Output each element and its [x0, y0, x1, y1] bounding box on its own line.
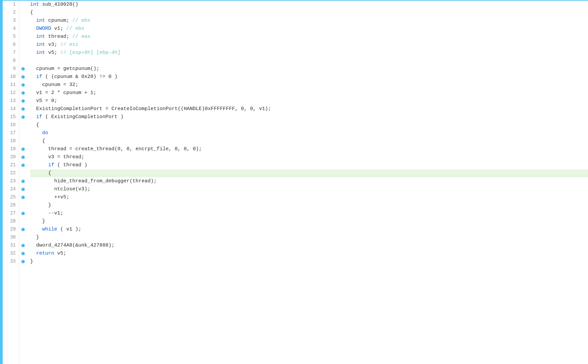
breakpoint-dot[interactable]: [21, 244, 25, 247]
breakpoint-dot[interactable]: [21, 99, 25, 103]
code-line: int v3; // esi: [30, 41, 588, 49]
line-number: 33: [8, 258, 17, 266]
line-number: 9: [8, 65, 17, 73]
line-number: 23: [8, 177, 17, 185]
code-line: int v5; // [esp+8h] [ebp-4h]: [30, 49, 588, 57]
breakpoint-dot[interactable]: [21, 188, 25, 191]
code-line: cpunum = getcpunum();: [30, 65, 588, 73]
line-number: 20: [8, 153, 17, 161]
line-number: 26: [8, 201, 17, 209]
code-lines: int sub_410020(){ int cpunum; // ebx DWO…: [27, 1, 588, 364]
line-number: 21: [8, 161, 17, 169]
code-line: int cpunum; // ebx: [30, 17, 588, 25]
code-line: if ( thread ): [30, 161, 588, 169]
code-line: dword_4274A8(&unk_427888);: [30, 242, 588, 250]
breakpoint-dot[interactable]: [21, 260, 25, 263]
line-number: 12: [8, 89, 17, 97]
line-number: 4: [8, 25, 17, 33]
code-line: --v1;: [30, 209, 588, 217]
line-number: 25: [8, 193, 17, 201]
code-line: int sub_410020(): [30, 1, 588, 9]
code-line: hide_thread_from_debugger(thread);: [30, 177, 588, 185]
line-number: 13: [8, 97, 17, 105]
line-number-gutter: 1234567891011121314151617181920212223242…: [3, 1, 19, 364]
code-line: cpunum = 32;: [30, 81, 588, 89]
code-line: thread = create_thread(0, 0, encrpt_file…: [30, 145, 588, 153]
line-number: 28: [8, 217, 17, 225]
code-line: int thread; // eax: [30, 33, 588, 41]
line-number: 32: [8, 250, 17, 258]
code-line: if ( ExistingCompletionPort ): [30, 113, 588, 121]
breakpoint-dot[interactable]: [21, 91, 25, 95]
code-line: {: [30, 137, 588, 145]
line-number: 16: [8, 121, 17, 129]
code-line: DWORD v1; // ebx: [30, 25, 588, 33]
line-number: 27: [8, 209, 17, 217]
code-container: 1234567891011121314151617181920212223242…: [0, 0, 588, 364]
code-line: if ( (cpunum & 0x20) != 0 ): [30, 73, 588, 81]
code-line: v3 = thread;: [30, 153, 588, 161]
code-line: }: [30, 217, 588, 225]
breakpoint-dot[interactable]: [21, 164, 25, 167]
code-line: ExistingCompletionPort = CreateIoComplet…: [30, 105, 588, 113]
code-line: v1 = 2 * cpunum + 1;: [30, 89, 588, 97]
line-number: 11: [8, 81, 17, 89]
line-number: 10: [8, 73, 17, 81]
left-bar: [0, 1, 3, 364]
line-number: 17: [8, 129, 17, 137]
breakpoint-dot[interactable]: [21, 228, 25, 231]
code-line: [30, 57, 588, 65]
line-number: 15: [8, 113, 17, 121]
line-number: 19: [8, 145, 17, 153]
line-number: 7: [8, 49, 17, 57]
breakpoint-dot[interactable]: [21, 148, 25, 151]
line-number: 6: [8, 41, 17, 49]
code-line: v5 = 0;: [30, 97, 588, 105]
breakpoint-dot[interactable]: [21, 212, 25, 215]
breakpoint-dot[interactable]: [21, 107, 25, 111]
code-line: }: [30, 234, 588, 242]
line-number: 18: [8, 137, 17, 145]
code-line: ntclose(v3);: [30, 185, 588, 193]
breakpoint-dot[interactable]: [21, 67, 25, 71]
breakpoint-dot[interactable]: [21, 115, 25, 119]
code-line: }: [30, 258, 588, 266]
breakpoint-dot[interactable]: [21, 180, 25, 183]
code-line: {: [30, 9, 588, 17]
line-number: 1: [8, 1, 17, 9]
line-number: 14: [8, 105, 17, 113]
line-number: 29: [8, 225, 17, 234]
code-line: {: [30, 121, 588, 129]
line-number: 24: [8, 185, 17, 193]
line-number: 31: [8, 242, 17, 250]
line-number: 8: [8, 57, 17, 65]
breakpoint-dot[interactable]: [21, 83, 25, 87]
code-line: while ( v1 );: [30, 225, 588, 234]
code-line: do: [30, 129, 588, 137]
breakpoint-dot[interactable]: [21, 252, 25, 255]
breakpoint-dot[interactable]: [21, 75, 25, 79]
line-number: 2: [8, 9, 17, 17]
line-number: 30: [8, 234, 17, 242]
line-number: 3: [8, 17, 17, 25]
code-line: return v5;: [30, 250, 588, 258]
breakpoint-dot[interactable]: [21, 196, 25, 199]
code-line: {: [30, 169, 588, 177]
line-number: 22: [8, 169, 17, 177]
code-line: ++v5;: [30, 193, 588, 201]
breakpoint-dot[interactable]: [21, 156, 25, 159]
line-number: 5: [8, 33, 17, 41]
code-line: }: [30, 201, 588, 209]
